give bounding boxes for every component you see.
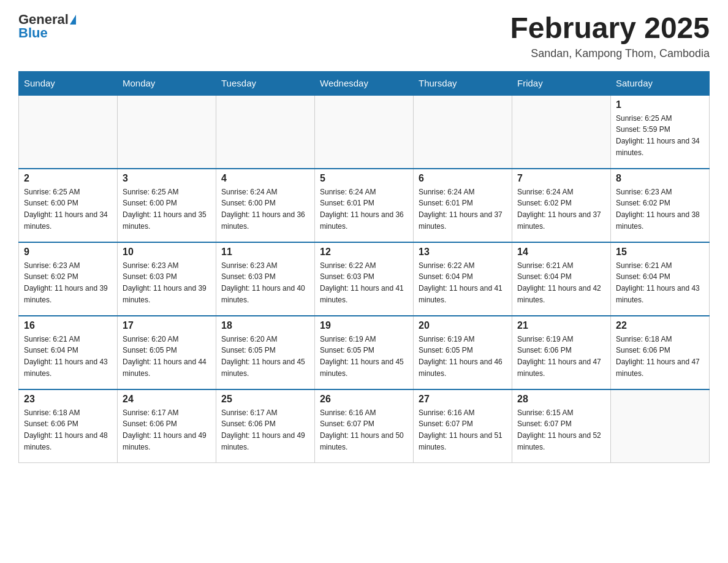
day-number: 7 [517, 173, 605, 184]
day-info: Sunrise: 6:24 AM Sunset: 6:02 PM Dayligh… [517, 186, 605, 232]
day-info: Sunrise: 6:21 AM Sunset: 6:04 PM Dayligh… [517, 260, 605, 305]
day-info: Sunrise: 6:23 AM Sunset: 6:03 PM Dayligh… [123, 260, 211, 305]
day-info: Sunrise: 6:17 AM Sunset: 6:06 PM Dayligh… [221, 407, 309, 453]
page-header: General Blue February 2025 Sandan, Kampo… [18, 12, 710, 60]
day-info: Sunrise: 6:18 AM Sunset: 6:06 PM Dayligh… [24, 407, 112, 453]
day-number: 16 [24, 320, 112, 331]
day-info: Sunrise: 6:22 AM Sunset: 6:04 PM Dayligh… [419, 260, 507, 305]
day-number: 13 [419, 247, 507, 258]
day-number: 2 [24, 173, 112, 184]
day-info: Sunrise: 6:19 AM Sunset: 6:06 PM Dayligh… [517, 334, 605, 379]
calendar-cell: 17Sunrise: 6:20 AM Sunset: 6:05 PM Dayli… [118, 316, 216, 389]
day-number: 24 [123, 394, 211, 405]
day-number: 19 [320, 320, 408, 331]
day-info: Sunrise: 6:21 AM Sunset: 6:04 PM Dayligh… [24, 334, 112, 379]
calendar-cell: 20Sunrise: 6:19 AM Sunset: 6:05 PM Dayli… [414, 316, 512, 389]
calendar-cell [611, 389, 710, 463]
day-info: Sunrise: 6:24 AM Sunset: 6:01 PM Dayligh… [320, 186, 408, 232]
day-number: 22 [616, 320, 704, 331]
calendar-cell: 10Sunrise: 6:23 AM Sunset: 6:03 PM Dayli… [118, 242, 216, 316]
calendar-cell [19, 95, 118, 169]
day-info: Sunrise: 6:22 AM Sunset: 6:03 PM Dayligh… [320, 260, 408, 305]
calendar-cell: 6Sunrise: 6:24 AM Sunset: 6:01 PM Daylig… [414, 169, 512, 242]
day-info: Sunrise: 6:15 AM Sunset: 6:07 PM Dayligh… [517, 407, 605, 453]
day-info: Sunrise: 6:16 AM Sunset: 6:07 PM Dayligh… [320, 407, 408, 453]
calendar-cell: 15Sunrise: 6:21 AM Sunset: 6:04 PM Dayli… [611, 242, 710, 316]
day-number: 18 [221, 320, 309, 331]
day-number: 23 [24, 394, 112, 405]
calendar-cell: 19Sunrise: 6:19 AM Sunset: 6:05 PM Dayli… [315, 316, 414, 389]
calendar-cell: 21Sunrise: 6:19 AM Sunset: 6:06 PM Dayli… [512, 316, 611, 389]
calendar-table: SundayMondayTuesdayWednesdayThursdayFrid… [18, 71, 710, 464]
col-header-tuesday: Tuesday [216, 71, 315, 95]
logo: General Blue [18, 12, 76, 40]
day-number: 5 [320, 173, 408, 184]
calendar-cell: 18Sunrise: 6:20 AM Sunset: 6:05 PM Dayli… [216, 316, 315, 389]
calendar-cell: 5Sunrise: 6:24 AM Sunset: 6:01 PM Daylig… [315, 169, 414, 242]
day-info: Sunrise: 6:19 AM Sunset: 6:05 PM Dayligh… [320, 334, 408, 379]
calendar-cell: 11Sunrise: 6:23 AM Sunset: 6:03 PM Dayli… [216, 242, 315, 316]
day-number: 9 [24, 247, 112, 258]
day-number: 28 [517, 394, 605, 405]
day-number: 14 [517, 247, 605, 258]
calendar-cell [414, 95, 512, 169]
day-info: Sunrise: 6:20 AM Sunset: 6:05 PM Dayligh… [221, 334, 309, 379]
col-header-monday: Monday [118, 71, 216, 95]
day-info: Sunrise: 6:21 AM Sunset: 6:04 PM Dayligh… [616, 260, 704, 305]
calendar-cell: 2Sunrise: 6:25 AM Sunset: 6:00 PM Daylig… [19, 169, 118, 242]
calendar-cell: 12Sunrise: 6:22 AM Sunset: 6:03 PM Dayli… [315, 242, 414, 316]
calendar-cell: 26Sunrise: 6:16 AM Sunset: 6:07 PM Dayli… [315, 389, 414, 463]
calendar-cell: 13Sunrise: 6:22 AM Sunset: 6:04 PM Dayli… [414, 242, 512, 316]
logo-triangle-icon [70, 15, 76, 25]
calendar-cell [512, 95, 611, 169]
calendar-cell: 8Sunrise: 6:23 AM Sunset: 6:02 PM Daylig… [611, 169, 710, 242]
title-area: February 2025 Sandan, Kampong Thom, Camb… [510, 12, 710, 60]
calendar-cell: 25Sunrise: 6:17 AM Sunset: 6:06 PM Dayli… [216, 389, 315, 463]
day-number: 3 [123, 173, 211, 184]
day-info: Sunrise: 6:23 AM Sunset: 6:02 PM Dayligh… [24, 260, 112, 305]
day-number: 20 [419, 320, 507, 331]
day-info: Sunrise: 6:19 AM Sunset: 6:05 PM Dayligh… [419, 334, 507, 379]
day-number: 15 [616, 247, 704, 258]
day-info: Sunrise: 6:17 AM Sunset: 6:06 PM Dayligh… [123, 407, 211, 453]
day-info: Sunrise: 6:23 AM Sunset: 6:02 PM Dayligh… [616, 186, 704, 232]
calendar-cell: 14Sunrise: 6:21 AM Sunset: 6:04 PM Dayli… [512, 242, 611, 316]
day-number: 4 [221, 173, 309, 184]
logo-text-blue: Blue [18, 26, 48, 40]
calendar-cell: 24Sunrise: 6:17 AM Sunset: 6:06 PM Dayli… [118, 389, 216, 463]
day-info: Sunrise: 6:24 AM Sunset: 6:01 PM Dayligh… [419, 186, 507, 232]
col-header-thursday: Thursday [414, 71, 512, 95]
day-number: 6 [419, 173, 507, 184]
calendar-cell [315, 95, 414, 169]
calendar-cell: 4Sunrise: 6:24 AM Sunset: 6:00 PM Daylig… [216, 169, 315, 242]
day-number: 27 [419, 394, 507, 405]
calendar-cell: 27Sunrise: 6:16 AM Sunset: 6:07 PM Dayli… [414, 389, 512, 463]
col-header-wednesday: Wednesday [315, 71, 414, 95]
col-header-saturday: Saturday [611, 71, 710, 95]
day-number: 26 [320, 394, 408, 405]
day-number: 17 [123, 320, 211, 331]
day-info: Sunrise: 6:18 AM Sunset: 6:06 PM Dayligh… [616, 334, 704, 379]
day-number: 21 [517, 320, 605, 331]
week-row-2: 2Sunrise: 6:25 AM Sunset: 6:00 PM Daylig… [19, 169, 710, 242]
day-info: Sunrise: 6:25 AM Sunset: 6:00 PM Dayligh… [24, 186, 112, 232]
week-row-4: 16Sunrise: 6:21 AM Sunset: 6:04 PM Dayli… [19, 316, 710, 389]
calendar-cell [118, 95, 216, 169]
day-info: Sunrise: 6:20 AM Sunset: 6:05 PM Dayligh… [123, 334, 211, 379]
day-number: 25 [221, 394, 309, 405]
day-number: 1 [616, 99, 704, 110]
day-number: 12 [320, 247, 408, 258]
calendar-cell: 23Sunrise: 6:18 AM Sunset: 6:06 PM Dayli… [19, 389, 118, 463]
location-subtitle: Sandan, Kampong Thom, Cambodia [510, 47, 710, 60]
calendar-cell: 16Sunrise: 6:21 AM Sunset: 6:04 PM Dayli… [19, 316, 118, 389]
day-info: Sunrise: 6:23 AM Sunset: 6:03 PM Dayligh… [221, 260, 309, 305]
col-header-friday: Friday [512, 71, 611, 95]
calendar-cell: 3Sunrise: 6:25 AM Sunset: 6:00 PM Daylig… [118, 169, 216, 242]
month-title: February 2025 [510, 12, 710, 45]
week-row-3: 9Sunrise: 6:23 AM Sunset: 6:02 PM Daylig… [19, 242, 710, 316]
day-info: Sunrise: 6:25 AM Sunset: 6:00 PM Dayligh… [123, 186, 211, 232]
calendar-cell: 22Sunrise: 6:18 AM Sunset: 6:06 PM Dayli… [611, 316, 710, 389]
week-row-5: 23Sunrise: 6:18 AM Sunset: 6:06 PM Dayli… [19, 389, 710, 463]
day-info: Sunrise: 6:16 AM Sunset: 6:07 PM Dayligh… [419, 407, 507, 453]
day-info: Sunrise: 6:24 AM Sunset: 6:00 PM Dayligh… [221, 186, 309, 232]
